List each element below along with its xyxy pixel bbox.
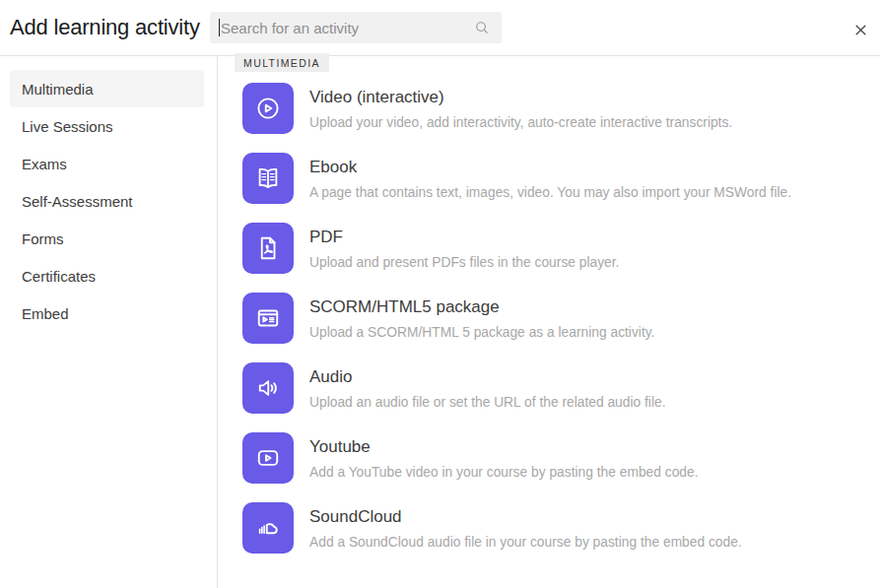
activity-title: SCORM/HTML5 package xyxy=(309,295,654,318)
activity-title: SoundCloud xyxy=(309,505,742,528)
video-play-icon xyxy=(253,94,283,123)
activity-icon-box xyxy=(242,83,294,134)
activity-list: Video (interactive) Upload your video, a… xyxy=(242,83,870,572)
activity-text: SCORM/HTML5 package Upload a SCORM/HTML … xyxy=(309,293,654,344)
activity-description: Upload your video, add interactivity, au… xyxy=(309,114,732,132)
text-caret xyxy=(219,19,220,36)
activity-text: Audio Upload an audio file or set the UR… xyxy=(309,362,666,414)
sidebar-item-exams[interactable]: Exams xyxy=(10,145,204,182)
activity-icon-box xyxy=(242,153,294,204)
modal-title: Add learning activity xyxy=(10,15,200,40)
add-learning-activity-modal: Add learning activity Multimedia xyxy=(0,0,880,588)
sidebar-item-multimedia[interactable]: Multimedia xyxy=(10,70,204,107)
activity-title: Audio xyxy=(309,365,666,388)
activity-description: Upload and present PDFs files in the cou… xyxy=(309,254,619,272)
activity-icon-box xyxy=(242,293,294,344)
activity-text: SoundCloud Add a SoundCloud audio file i… xyxy=(309,502,742,554)
modal-header: Add learning activity xyxy=(0,0,880,56)
sidebar-item-label: Certificates xyxy=(22,268,96,285)
activity-description: A page that contains text, images, video… xyxy=(309,184,791,202)
activity-row-scorm-html5-package[interactable]: SCORM/HTML5 package Upload a SCORM/HTML … xyxy=(242,293,870,344)
activity-row-soundcloud[interactable]: SoundCloud Add a SoundCloud audio file i… xyxy=(242,502,870,554)
activity-row-ebook[interactable]: Ebook A page that contains text, images,… xyxy=(242,153,870,204)
sidebar-item-self-assessment[interactable]: Self-Assessment xyxy=(10,182,204,220)
activity-icon-box xyxy=(242,362,294,414)
activity-row-pdf[interactable]: PDF Upload and present PDFs files in the… xyxy=(242,223,870,274)
audio-speaker-icon xyxy=(253,373,283,403)
ebook-icon xyxy=(253,163,283,193)
activity-title: Ebook xyxy=(309,156,791,178)
activity-description: Add a YouTube video in your course by pa… xyxy=(309,464,699,482)
sidebar: Multimedia Live Sessions Exams Self-Asse… xyxy=(0,56,218,588)
activity-text: Video (interactive) Upload your video, a… xyxy=(309,83,732,134)
activity-text: PDF Upload and present PDFs files in the… xyxy=(309,223,619,274)
sidebar-item-label: Live Sessions xyxy=(22,118,113,135)
search-box xyxy=(210,12,502,43)
close-button[interactable] xyxy=(849,19,871,40)
soundcloud-icon xyxy=(253,513,283,543)
activity-title: PDF xyxy=(309,226,619,248)
activity-text: Ebook A page that contains text, images,… xyxy=(309,153,791,204)
sidebar-item-label: Multimedia xyxy=(22,81,94,98)
sidebar-item-label: Exams xyxy=(22,156,67,172)
activity-description: Upload a SCORM/HTML 5 package as a learn… xyxy=(309,324,654,342)
activity-description: Upload an audio file or set the URL of t… xyxy=(309,394,666,412)
activity-icon-box xyxy=(242,502,294,554)
sidebar-item-label: Forms xyxy=(22,230,64,247)
activity-description: Add a SoundCloud audio file in your cour… xyxy=(309,534,742,552)
pdf-icon xyxy=(253,233,283,263)
sidebar-item-forms[interactable]: Forms xyxy=(10,220,204,257)
activity-title: Youtube xyxy=(309,435,699,458)
activity-text: Youtube Add a YouTube video in your cour… xyxy=(309,432,699,484)
activity-row-audio[interactable]: Audio Upload an audio file or set the UR… xyxy=(242,362,870,414)
sidebar-item-live-sessions[interactable]: Live Sessions xyxy=(10,107,204,145)
youtube-play-icon xyxy=(253,443,283,473)
search-icon xyxy=(473,19,491,36)
sidebar-item-certificates[interactable]: Certificates xyxy=(10,257,204,294)
close-icon xyxy=(853,23,868,37)
search-input[interactable] xyxy=(210,12,473,43)
sidebar-item-embed[interactable]: Embed xyxy=(10,294,204,332)
activity-icon-box xyxy=(242,432,294,484)
activity-icon-box xyxy=(242,223,294,274)
activity-title: Video (interactive) xyxy=(309,86,732,108)
sidebar-item-label: Embed xyxy=(22,305,69,322)
activity-row-youtube[interactable]: Youtube Add a YouTube video in your cour… xyxy=(242,432,870,484)
section-label-badge: MULTIMEDIA xyxy=(235,53,329,72)
activity-row-video-interactive[interactable]: Video (interactive) Upload your video, a… xyxy=(242,83,870,134)
sidebar-item-label: Self-Assessment xyxy=(22,193,133,210)
scorm-package-icon xyxy=(253,303,283,333)
